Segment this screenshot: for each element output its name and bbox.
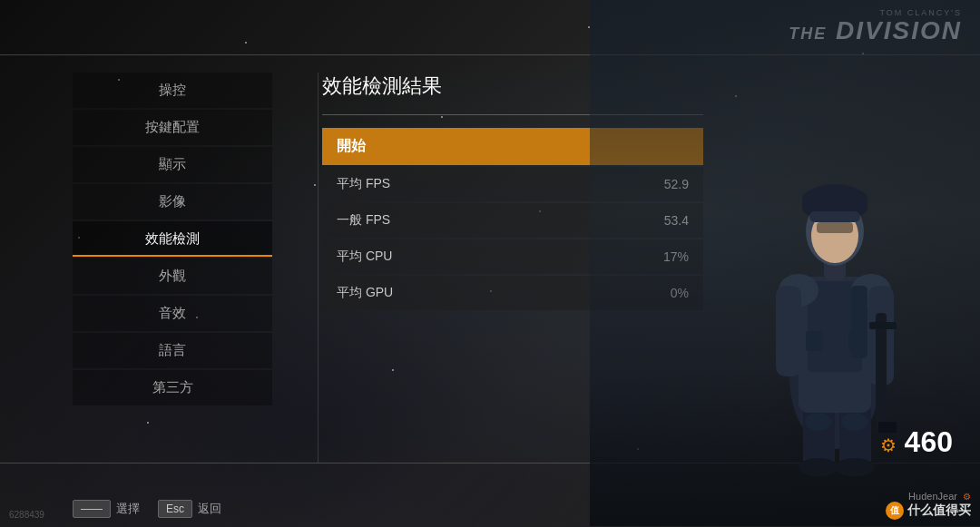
score-icon: ⚙ <box>880 434 897 456</box>
site-icon: 值 <box>886 502 904 520</box>
watermark-site: 值 什么值得买 <box>886 502 971 520</box>
score-area: ⚙ 460 <box>880 425 953 459</box>
bottom-controls: —— 選擇 Esc 返回 <box>73 500 221 518</box>
svg-rect-9 <box>776 286 801 376</box>
avg-fps-label: 平均 FPS <box>337 176 390 192</box>
panel-divider <box>318 73 318 463</box>
svg-point-23 <box>841 413 868 431</box>
avg-cpu-label: 平均 CPU <box>337 249 392 265</box>
menu-item-keybindings[interactable]: 按鍵配置 <box>73 110 272 145</box>
select-label: 選擇 <box>116 501 140 517</box>
amd-logo: ⚙ <box>963 492 971 502</box>
menu-item-benchmark[interactable]: 效能檢測 <box>73 221 272 257</box>
menu-item-language[interactable]: 語言 <box>73 333 272 368</box>
svg-rect-24 <box>806 331 822 351</box>
svg-rect-20 <box>817 222 853 233</box>
back-control: Esc 返回 <box>158 500 221 518</box>
svg-rect-19 <box>809 211 860 222</box>
svg-point-3 <box>799 458 838 476</box>
svg-point-22 <box>805 413 832 431</box>
menu-item-display[interactable]: 顯示 <box>73 147 272 182</box>
gen-fps-label: 一般 FPS <box>337 212 390 229</box>
select-control: —— 選擇 <box>73 500 140 518</box>
footer-id: 6288439 <box>9 510 44 520</box>
soldier-silhouette <box>708 41 962 476</box>
menu-item-graphics[interactable]: 影像 <box>73 184 272 220</box>
watermark-area: HudenJear ⚙ 值 什么值得买 <box>886 491 971 520</box>
bottom-bar: —— 選擇 Esc 返回 <box>0 500 980 518</box>
site-name: 什么值得买 <box>907 503 971 519</box>
svg-point-4 <box>835 458 875 476</box>
svg-rect-25 <box>848 331 865 351</box>
back-label: 返回 <box>198 501 221 517</box>
svg-rect-12 <box>869 322 897 329</box>
select-key: —— <box>73 500 111 518</box>
back-key: Esc <box>158 500 192 518</box>
svg-rect-11 <box>876 313 887 431</box>
menu-item-controls[interactable]: 操控 <box>73 73 272 108</box>
settings-menu: 操控 按鍵配置 顯示 影像 效能檢測 外觀 音效 語言 第三方 <box>73 73 272 405</box>
menu-item-thirdparty[interactable]: 第三方 <box>73 370 272 405</box>
avg-gpu-label: 平均 GPU <box>337 285 393 301</box>
score-value: 460 <box>905 425 953 458</box>
menu-item-audio[interactable]: 音效 <box>73 296 272 331</box>
watermark-username: HudenJear ⚙ <box>886 491 971 502</box>
menu-item-appearance[interactable]: 外觀 <box>73 259 272 294</box>
